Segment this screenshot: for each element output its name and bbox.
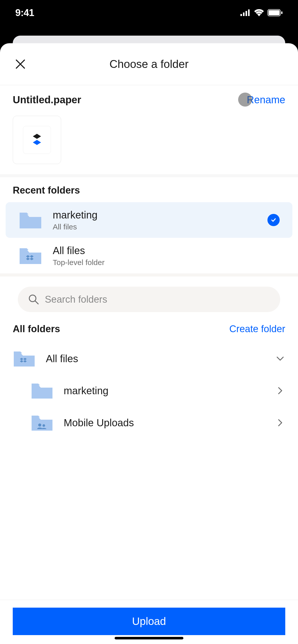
chevron-right-icon[interactable] — [275, 418, 285, 428]
all-folders-section: Search folders All folders Create folder… — [0, 276, 298, 600]
recent-section: Recent folders marketing All files All f… — [0, 177, 298, 276]
tree-label: All files — [46, 353, 275, 364]
folder-icon — [18, 211, 43, 230]
upload-button[interactable]: Upload — [13, 608, 285, 635]
recent-folder-marketing[interactable]: marketing All files — [6, 202, 292, 238]
tree-item-mobile-uploads[interactable]: Mobile Uploads — [13, 407, 285, 439]
svg-line-14 — [35, 301, 38, 304]
sheet-title: Choose a folder — [13, 58, 285, 70]
file-thumbnail[interactable] — [13, 116, 61, 164]
folder-subtitle: Top-level folder — [53, 258, 280, 267]
wifi-icon — [254, 9, 264, 16]
dropbox-folder-icon — [18, 246, 43, 265]
search-input[interactable]: Search folders — [18, 287, 280, 312]
shared-folder-icon — [31, 414, 53, 432]
svg-rect-3 — [248, 9, 250, 16]
file-name: Untitled.paper — [13, 94, 81, 106]
status-time: 9:41 — [15, 7, 34, 18]
folder-title: marketing — [53, 209, 267, 221]
all-folders-title: All folders — [13, 324, 60, 334]
recent-folder-all-files[interactable]: All files Top-level folder — [6, 238, 292, 273]
svg-rect-2 — [246, 11, 247, 16]
tree-root-all-files[interactable]: All files — [13, 343, 285, 375]
selected-check — [267, 214, 280, 226]
close-icon — [14, 58, 26, 70]
rename-button[interactable]: Rename — [247, 94, 285, 106]
svg-marker-8 — [33, 140, 41, 145]
file-thumbnail-inner — [23, 126, 51, 154]
check-icon — [270, 217, 277, 223]
status-bar: 9:41 — [0, 0, 298, 25]
svg-rect-0 — [240, 14, 242, 16]
svg-rect-5 — [268, 10, 280, 15]
tree-label: marketing — [64, 385, 275, 397]
tree-label: Mobile Uploads — [64, 417, 275, 429]
home-indicator[interactable] — [115, 637, 183, 639]
folder-text: All files Top-level folder — [53, 244, 280, 267]
all-folders-header: All folders Create folder — [13, 324, 285, 334]
search-icon — [28, 294, 39, 305]
svg-point-19 — [38, 423, 41, 427]
dropbox-folder-icon — [13, 350, 36, 368]
svg-marker-7 — [33, 134, 41, 139]
close-button[interactable] — [13, 56, 28, 72]
folder-icon — [31, 382, 53, 400]
battery-icon — [267, 9, 283, 16]
chevron-right-icon[interactable] — [275, 386, 285, 396]
paper-doc-icon — [30, 134, 44, 146]
svg-rect-1 — [243, 12, 245, 16]
file-row: Untitled.paper Rename — [13, 94, 285, 106]
recent-folders-title: Recent folders — [0, 185, 298, 202]
tree-item-marketing[interactable]: marketing — [13, 375, 285, 407]
cellular-icon — [240, 9, 251, 16]
modal-sheet: Choose a folder Untitled.paper Rename Re… — [0, 43, 298, 644]
status-icons — [240, 9, 283, 16]
search-placeholder: Search folders — [45, 294, 107, 305]
folder-text: marketing All files — [53, 209, 267, 231]
create-folder-button[interactable]: Create folder — [229, 324, 285, 334]
svg-point-20 — [43, 424, 45, 427]
chevron-down-icon[interactable] — [275, 354, 285, 364]
folder-subtitle: All files — [53, 223, 267, 231]
svg-rect-6 — [281, 11, 282, 14]
sheet-header: Choose a folder — [0, 43, 298, 85]
file-section: Untitled.paper Rename — [0, 85, 298, 177]
folder-title: All files — [53, 244, 280, 257]
